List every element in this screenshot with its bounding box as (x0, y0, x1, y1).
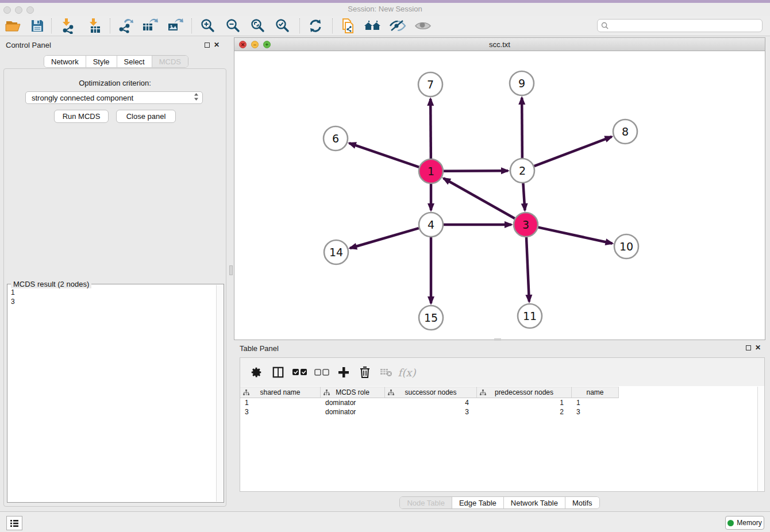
deselect-all-checks-icon[interactable] (313, 363, 331, 381)
tab-network[interactable]: Network (44, 56, 86, 67)
show-graphics-details-icon[interactable] (414, 17, 432, 34)
graph-node-label-9: 9 (518, 77, 525, 90)
search-input[interactable] (611, 22, 762, 30)
mcds-result-title: MCDS result (2 nodes) (11, 280, 91, 288)
memory-label: Memory (737, 519, 761, 527)
open-file-icon[interactable] (4, 17, 22, 34)
graph-node-label-11: 11 (523, 310, 537, 322)
network-canvas[interactable]: 7968124314101511 (234, 51, 765, 340)
zoom-fit-icon[interactable] (249, 17, 267, 34)
graph-edge-3-11[interactable] (526, 237, 529, 302)
memory-button[interactable]: Memory (725, 516, 764, 530)
network-window-titlebar[interactable]: ✕ − + scc.txt (234, 38, 765, 51)
graph-edge-1-7[interactable] (430, 99, 431, 159)
graph-edge-1-2[interactable] (444, 171, 508, 171)
column-header-shared-name[interactable]: shared name (240, 387, 321, 398)
table-cell[interactable]: 3 (240, 407, 321, 417)
save-session-icon[interactable] (28, 17, 47, 34)
duplicate-network-icon[interactable] (338, 17, 357, 34)
graph-edge-3-10[interactable] (538, 228, 612, 244)
close-panel-button[interactable]: Close panel (116, 110, 176, 123)
run-mcds-button[interactable]: Run MCDS (54, 110, 109, 123)
control-panel-tabs: NetworkStyleSelectMCDS (44, 55, 188, 68)
tab-select[interactable]: Select (117, 56, 152, 67)
status-bar: Memory (0, 511, 770, 532)
panel-divider-grip[interactable] (229, 265, 233, 275)
table-cell[interactable]: 1 (240, 398, 321, 407)
graph-edge-2-9[interactable] (522, 98, 522, 158)
table-cell[interactable]: 1 (477, 398, 572, 407)
table-cell[interactable]: 2 (477, 407, 572, 417)
toolbar-separator (332, 18, 333, 33)
tab-style[interactable]: Style (86, 56, 117, 67)
control-panel-title: Control Panel (6, 41, 51, 49)
criterion-select-value: strongly connected component (32, 94, 133, 102)
table-cell[interactable]: 3 (572, 407, 619, 417)
delete-table-icon[interactable] (377, 363, 395, 381)
graph-edge-2-8[interactable] (534, 137, 612, 166)
function-builder-icon[interactable]: f(x) (398, 363, 416, 381)
tab-network-table[interactable]: Network Table (504, 497, 565, 508)
toolbar-separator (191, 18, 192, 33)
table-row[interactable]: 1dominator411 (240, 398, 764, 407)
zoom-in-icon[interactable] (199, 17, 217, 34)
graph-edge-3-1[interactable] (444, 178, 515, 218)
tab-motifs[interactable]: Motifs (565, 497, 599, 508)
add-column-icon[interactable] (334, 363, 353, 381)
table-cell[interactable]: 3 (385, 407, 477, 417)
export-network-icon[interactable] (116, 17, 134, 34)
tab-node-table[interactable]: Node Table (400, 497, 452, 508)
app-title: Session: New Session (0, 5, 770, 13)
graph-node-label-7: 7 (427, 78, 434, 91)
zoom-out-icon[interactable] (224, 17, 242, 34)
network-resize-grip[interactable] (494, 338, 501, 341)
search-field[interactable] (597, 19, 763, 32)
table-scrollbar[interactable] (757, 387, 764, 491)
table-cell[interactable]: dominator (321, 398, 385, 407)
result-line: 1 (11, 288, 15, 297)
control-panel-float-icon[interactable] (205, 43, 210, 48)
mcds-result-box: MCDS result (2 nodes) 13 (7, 284, 224, 503)
column-type-icon (480, 390, 486, 398)
network-view-window: ✕ − + scc.txt 7968124314101511 (234, 37, 765, 340)
table-panel-close-icon[interactable]: ✕ (755, 345, 761, 350)
table-panel-title: Table Panel (240, 344, 279, 353)
column-header-predecessor-nodes[interactable]: predecessor nodes (477, 387, 572, 398)
control-panel-close-icon[interactable]: ✕ (214, 43, 220, 48)
graph-edge-4-14[interactable] (350, 228, 419, 248)
graph-edge-1-6[interactable] (349, 143, 419, 167)
show-columns-icon[interactable] (269, 363, 287, 381)
table-panel-float-icon[interactable] (746, 345, 751, 350)
import-table-icon[interactable] (86, 17, 104, 34)
result-scrollbar[interactable] (216, 285, 224, 502)
houses-icon[interactable] (364, 17, 382, 34)
table-cell[interactable]: dominator (321, 407, 385, 417)
table-row[interactable]: 3dominator323 (240, 407, 764, 417)
table-toolbar: f(x) (240, 358, 764, 386)
select-all-checks-icon[interactable] (291, 363, 309, 381)
table-cell[interactable]: 4 (385, 398, 477, 407)
export-table-icon[interactable] (141, 17, 159, 34)
column-header-name[interactable]: name (572, 387, 619, 398)
delete-column-trash-icon[interactable] (356, 363, 374, 381)
refresh-view-icon[interactable] (306, 17, 325, 34)
mcds-result-values: 13 (11, 288, 15, 306)
tab-mcds[interactable]: MCDS (152, 56, 188, 67)
column-header-successor-nodes[interactable]: successor nodes (385, 387, 477, 398)
criterion-select[interactable]: strongly connected component (25, 91, 203, 104)
graph-edge-2-3[interactable] (523, 183, 525, 210)
hide-graphics-details-icon[interactable] (388, 17, 407, 34)
table-header-row: shared nameMCDS rolesuccessor nodesprede… (240, 387, 619, 398)
import-network-icon[interactable] (59, 17, 77, 34)
graph-node-label-8: 8 (622, 125, 629, 138)
select-stepper-icon (194, 92, 199, 103)
column-header-mcds-role[interactable]: MCDS role (321, 387, 385, 398)
table-cell[interactable]: 1 (572, 398, 619, 407)
zoom-selected-icon[interactable] (274, 17, 292, 34)
toolbar-separator (299, 18, 300, 33)
task-history-button[interactable] (6, 516, 22, 530)
main-toolbar (0, 16, 770, 36)
table-options-gear-icon[interactable] (247, 363, 265, 381)
tab-edge-table[interactable]: Edge Table (452, 497, 504, 508)
export-image-icon[interactable] (166, 17, 184, 34)
